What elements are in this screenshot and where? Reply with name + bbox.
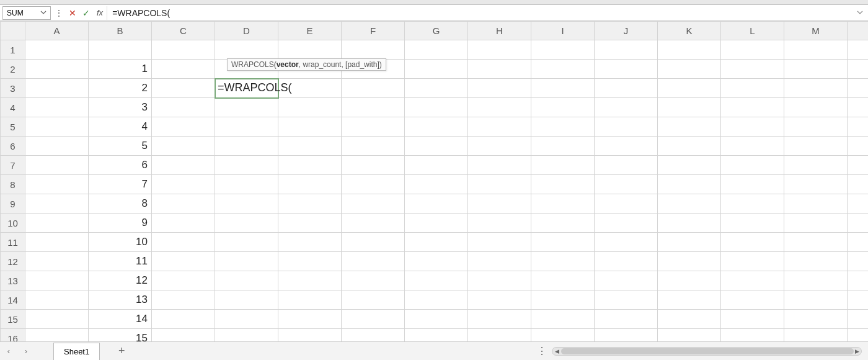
- cell-D9[interactable]: [215, 194, 278, 214]
- cell-I16[interactable]: [531, 329, 595, 342]
- cell-F6[interactable]: [342, 137, 405, 156]
- cell-C13[interactable]: [152, 271, 215, 290]
- cell-C5[interactable]: [152, 117, 215, 137]
- cell-H2[interactable]: [468, 60, 531, 79]
- cell-C10[interactable]: [152, 214, 215, 233]
- cell-K8[interactable]: [658, 175, 721, 194]
- tooltip-active-arg[interactable]: vector: [277, 60, 299, 69]
- cell-G4[interactable]: [405, 98, 468, 117]
- cell-B5[interactable]: 4: [89, 117, 152, 137]
- cell-A9[interactable]: [25, 194, 89, 214]
- cell-E16[interactable]: [278, 329, 342, 342]
- cell-I8[interactable]: [531, 175, 595, 194]
- cell-H6[interactable]: [468, 137, 531, 156]
- cell-G12[interactable]: [405, 252, 468, 271]
- cell-H3[interactable]: [468, 79, 531, 98]
- cell-M8[interactable]: [784, 175, 848, 194]
- cell-E10[interactable]: [278, 214, 342, 233]
- cell-H12[interactable]: [468, 252, 531, 271]
- col-header-L[interactable]: L: [721, 22, 784, 40]
- cell-H7[interactable]: [468, 156, 531, 175]
- col-header-F[interactable]: F: [342, 22, 405, 40]
- cell-F1[interactable]: [342, 40, 405, 60]
- cell-J7[interactable]: [595, 156, 658, 175]
- cell-M10[interactable]: [784, 214, 848, 233]
- cell-F5[interactable]: [342, 117, 405, 137]
- cell-B1[interactable]: [89, 40, 152, 60]
- cell-M14[interactable]: [784, 290, 848, 310]
- cell-I6[interactable]: [531, 137, 595, 156]
- cell-F11[interactable]: [342, 233, 405, 252]
- cell-K3[interactable]: [658, 79, 721, 98]
- cell-E4[interactable]: [278, 98, 342, 117]
- cell-C9[interactable]: [152, 194, 215, 214]
- col-header-I[interactable]: I: [531, 22, 595, 40]
- cell-M13[interactable]: [784, 271, 848, 290]
- cell-L6[interactable]: [721, 137, 784, 156]
- cell-M5[interactable]: [784, 117, 848, 137]
- cell-F10[interactable]: [342, 214, 405, 233]
- col-header-E[interactable]: E: [278, 22, 342, 40]
- row-header-10[interactable]: 10: [1, 214, 25, 233]
- cell-L7[interactable]: [721, 156, 784, 175]
- row-header-13[interactable]: 13: [1, 271, 25, 290]
- cell-I15[interactable]: [531, 310, 595, 329]
- cell-C15[interactable]: [152, 310, 215, 329]
- cell-K13[interactable]: [658, 271, 721, 290]
- cell-J15[interactable]: [595, 310, 658, 329]
- cell-K14[interactable]: [658, 290, 721, 310]
- cell-L4[interactable]: [721, 98, 784, 117]
- cell-M1[interactable]: [784, 40, 848, 60]
- cell-H16[interactable]: [468, 329, 531, 342]
- row-header-5[interactable]: 5: [1, 117, 25, 137]
- col-header-H[interactable]: H: [468, 22, 531, 40]
- cell-F9[interactable]: [342, 194, 405, 214]
- col-header-J[interactable]: J: [595, 22, 658, 40]
- add-sheet-button[interactable]: +: [112, 344, 131, 358]
- cell-K6[interactable]: [658, 137, 721, 156]
- col-header-A[interactable]: A: [25, 22, 89, 40]
- cell-K5[interactable]: [658, 117, 721, 137]
- cell-D7[interactable]: [215, 156, 278, 175]
- expand-formula-bar-icon[interactable]: [852, 9, 868, 17]
- statusbar-kebab-icon[interactable]: ⋮: [532, 345, 552, 357]
- col-header-M[interactable]: M: [784, 22, 848, 40]
- col-header-K[interactable]: K: [658, 22, 721, 40]
- cell-J5[interactable]: [595, 117, 658, 137]
- cell-A12[interactable]: [25, 252, 89, 271]
- cell-I12[interactable]: [531, 252, 595, 271]
- cell-I3[interactable]: [531, 79, 595, 98]
- cell-G1[interactable]: [405, 40, 468, 60]
- cell-L1[interactable]: [721, 40, 784, 60]
- cell-D3[interactable]: =WRAPCOLS(: [215, 79, 278, 98]
- row-header-8[interactable]: 8: [1, 175, 25, 194]
- cell-I13[interactable]: [531, 271, 595, 290]
- col-header-G[interactable]: G: [405, 22, 468, 40]
- cell-D16[interactable]: [215, 329, 278, 342]
- cell-D11[interactable]: [215, 233, 278, 252]
- cell-H8[interactable]: [468, 175, 531, 194]
- cell-L16[interactable]: [721, 329, 784, 342]
- row-header-14[interactable]: 14: [1, 290, 25, 310]
- cell-J14[interactable]: [595, 290, 658, 310]
- cell-F16[interactable]: [342, 329, 405, 342]
- cell-H5[interactable]: [468, 117, 531, 137]
- scroll-thumb[interactable]: [561, 348, 854, 354]
- cell-L5[interactable]: [721, 117, 784, 137]
- cell-F15[interactable]: [342, 310, 405, 329]
- cell-G2[interactable]: [405, 60, 468, 79]
- col-header-C[interactable]: C: [152, 22, 215, 40]
- cell-F7[interactable]: [342, 156, 405, 175]
- cell-L3[interactable]: [721, 79, 784, 98]
- cell-J13[interactable]: [595, 271, 658, 290]
- cell-F12[interactable]: [342, 252, 405, 271]
- cell-H4[interactable]: [468, 98, 531, 117]
- cell-C3[interactable]: [152, 79, 215, 98]
- cell-B13[interactable]: 12: [89, 271, 152, 290]
- cell-G15[interactable]: [405, 310, 468, 329]
- cell-K4[interactable]: [658, 98, 721, 117]
- cell-H15[interactable]: [468, 310, 531, 329]
- cell-I4[interactable]: [531, 98, 595, 117]
- cell-G3[interactable]: [405, 79, 468, 98]
- cell-B15[interactable]: 14: [89, 310, 152, 329]
